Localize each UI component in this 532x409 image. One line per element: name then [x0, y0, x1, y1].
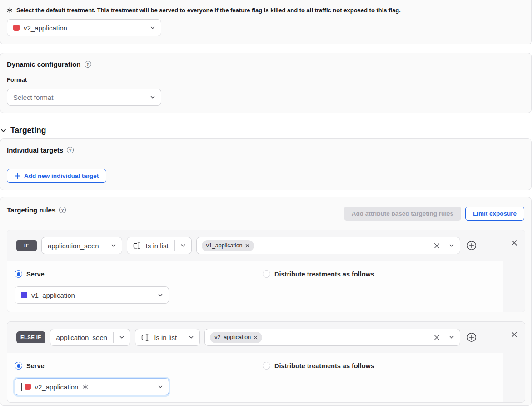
distribute-radio-option[interactable]: Distribute treatments as follows [263, 362, 374, 370]
radio-unselected-icon[interactable] [263, 362, 270, 370]
value-chip: v2_application [210, 332, 262, 343]
rule-condition-row: ELSE IF application_seen [7, 322, 503, 353]
targeting-rules-title: Targeting rules [7, 206, 55, 214]
targeting-rule-1: IF application_seen Is in [7, 230, 525, 312]
targeting-rule-2: ELSE IF application_seen [7, 321, 525, 403]
serve-treatment-selected-option: v2_application [15, 379, 152, 395]
select-divider [183, 332, 183, 343]
asterisk-icon [7, 7, 13, 13]
chevron-down-icon [188, 334, 194, 340]
help-icon[interactable] [85, 61, 91, 68]
default-treatment-note-text: Select the default treatment. This treat… [16, 7, 401, 14]
distribute-radio-label: Distribute treatments as follows [274, 271, 374, 278]
select-divider [152, 290, 152, 301]
default-treatment-note: Select the default treatment. This treat… [7, 7, 401, 14]
select-arrow [105, 237, 122, 254]
chevron-down-icon [180, 242, 186, 249]
treatment-color-swatch [25, 384, 31, 390]
format-select[interactable]: Select format [7, 89, 161, 106]
select-arrow [152, 379, 169, 395]
individual-targets-section: Individual targets Add new individual ta… [0, 138, 532, 190]
serve-treatment-selected-option: v1_application [15, 287, 152, 303]
format-label: Format [7, 76, 27, 83]
targeting-section-header: Targeting [0, 125, 46, 135]
value-chip: v1_application [202, 240, 254, 251]
radio-selected-icon[interactable] [15, 270, 22, 278]
rule-serve-area: Serve Distribute treatments as follows v… [7, 261, 503, 312]
dynamic-configuration-title-row: Dynamic configuration [7, 60, 91, 68]
string-type-icon [133, 242, 142, 249]
select-divider [105, 240, 105, 251]
treatment-color-swatch [21, 292, 27, 298]
serve-treatment-value: v2_application [35, 383, 79, 391]
rule-serve-area: Serve Distribute treatments as follows v… [7, 353, 503, 402]
attribute-select[interactable]: application_seen [50, 329, 131, 346]
delete-rule-icon[interactable] [511, 331, 518, 338]
chevron-down-icon[interactable] [448, 334, 455, 340]
radio-unselected-icon[interactable] [263, 270, 270, 278]
clear-values-icon[interactable] [433, 242, 440, 249]
help-icon[interactable] [59, 207, 66, 213]
clear-values-icon[interactable] [433, 334, 440, 341]
value-chip-label: v1_application [206, 242, 243, 249]
format-select-placeholder: Select format [7, 89, 144, 105]
rule-values-input[interactable]: v1_application [196, 237, 460, 254]
value-chip-label: v2_application [214, 334, 251, 340]
matcher-label: Is in list [146, 242, 169, 250]
serve-treatment-value: v1_application [31, 291, 75, 299]
rule-body: ELSE IF application_seen [7, 322, 503, 402]
values-select-arrow [444, 240, 455, 251]
serve-treatment-select[interactable]: v2_application [15, 378, 169, 395]
serve-radio-label: Serve [26, 362, 45, 370]
dynamic-configuration-title: Dynamic configuration [7, 60, 81, 68]
select-divider [152, 381, 152, 392]
select-arrow [152, 287, 169, 303]
distribute-radio-label: Distribute treatments as follows [274, 362, 374, 370]
chevron-down-icon [157, 292, 164, 298]
rule-body: IF application_seen Is in [7, 230, 503, 312]
distribute-radio-option[interactable]: Distribute treatments as follows [263, 270, 374, 278]
rule-keyword-badge: ELSE IF [16, 331, 45, 343]
rule-values-input[interactable]: v2_application [204, 329, 460, 346]
select-divider [444, 240, 444, 251]
add-individual-target-button[interactable]: Add new individual target [7, 169, 106, 183]
chevron-down-icon [149, 94, 156, 100]
add-condition-icon[interactable] [467, 241, 477, 251]
chevron-down-icon [157, 384, 164, 390]
select-arrow [113, 329, 130, 345]
default-treatment-selected-option: v2_application [7, 20, 144, 36]
default-treatment-select[interactable]: v2_application [7, 19, 161, 36]
add-attribute-rules-button[interactable]: Add attribute based targeting rules [344, 207, 461, 221]
matcher-select[interactable]: Is in list [127, 237, 192, 254]
attribute-select[interactable]: application_seen [41, 237, 122, 254]
remove-chip-icon[interactable] [254, 335, 258, 340]
rule-condition-row: IF application_seen Is in [7, 230, 503, 261]
select-divider [444, 332, 444, 343]
select-arrow [144, 20, 161, 36]
serve-radio-option[interactable]: Serve [15, 270, 45, 278]
collapse-chevron-icon[interactable] [0, 127, 7, 134]
individual-targets-title: Individual targets [7, 146, 63, 154]
rule-delete-column [503, 322, 525, 402]
select-arrow [183, 329, 199, 345]
limit-exposure-button[interactable]: Limit exposure [465, 207, 524, 221]
chevron-down-icon [110, 242, 117, 249]
chevron-down-icon [149, 25, 156, 31]
matcher-select-value: Is in list [135, 329, 183, 345]
matcher-label: Is in list [154, 334, 177, 341]
remove-chip-icon[interactable] [245, 244, 249, 248]
delete-rule-icon[interactable] [511, 239, 518, 246]
select-arrow [174, 237, 191, 254]
serve-radio-option[interactable]: Serve [15, 362, 45, 370]
individual-targets-title-row: Individual targets [7, 146, 74, 154]
dynamic-configuration-section: Dynamic configuration Format Select form… [0, 53, 532, 113]
help-icon[interactable] [67, 147, 74, 153]
targeting-rules-section: Targeting rules Add attribute based targ… [0, 197, 532, 406]
radio-selected-icon[interactable] [15, 362, 22, 370]
default-treatment-asterisk-icon [82, 384, 88, 390]
serve-treatment-select[interactable]: v1_application [15, 286, 169, 304]
add-individual-target-label: Add new individual target [24, 172, 99, 179]
matcher-select[interactable]: Is in list [135, 329, 200, 346]
add-condition-icon[interactable] [467, 332, 477, 342]
chevron-down-icon[interactable] [448, 242, 455, 249]
